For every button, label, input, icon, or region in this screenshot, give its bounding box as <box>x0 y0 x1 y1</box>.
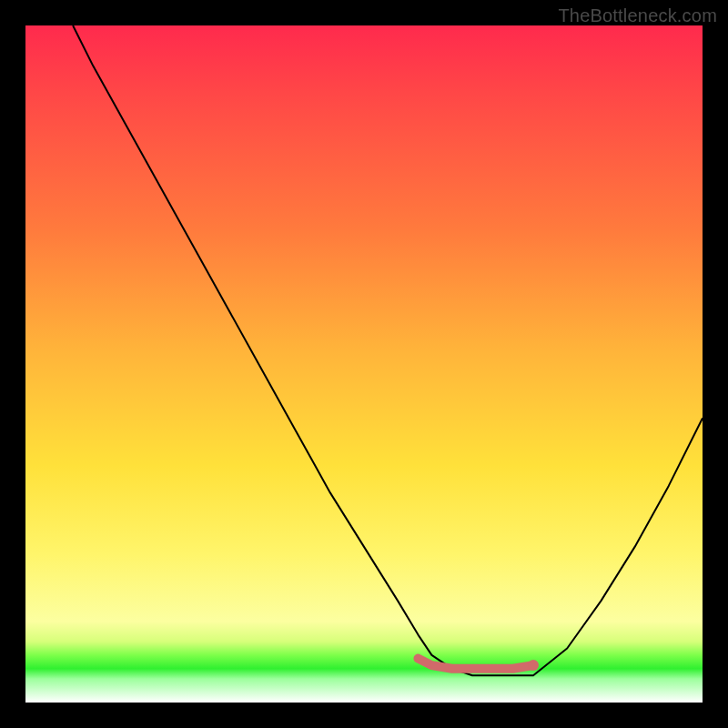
watermark-text: TheBottleneck.com <box>558 5 717 26</box>
series-flat-bottom-marker <box>419 659 534 669</box>
series-bottleneck-curve <box>73 25 703 675</box>
marker-end-dot <box>528 660 539 671</box>
chart-plot-area <box>25 25 703 703</box>
chart-frame: TheBottleneck.com <box>0 0 728 728</box>
chart-svg <box>25 25 703 703</box>
